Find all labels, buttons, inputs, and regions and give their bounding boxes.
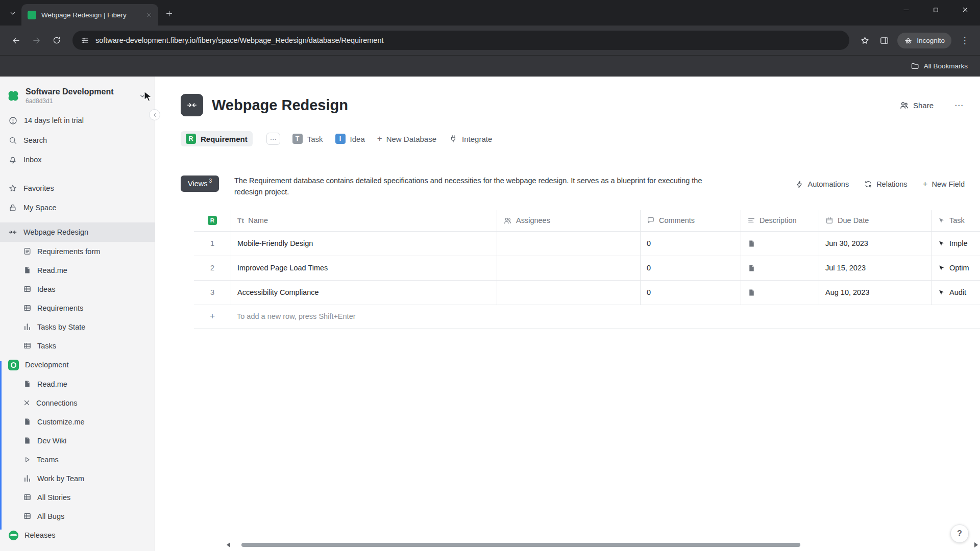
table-icon [23,285,32,293]
task-cell[interactable]: Imple [931,232,980,256]
fibery-app: Software Development 6ad8d3d1 14 days le… [0,77,980,551]
close-window-button[interactable] [950,0,980,19]
row-number[interactable]: 3 [194,281,231,305]
tab-search-chevron-icon[interactable] [5,6,20,21]
task-cell[interactable]: Audit [931,281,980,305]
due-date-cell[interactable]: Aug 10, 2023 [819,281,931,305]
task-cell[interactable]: Optim [931,256,980,281]
new-field-button[interactable]: + New Field [923,179,965,189]
sidebar-item-my-space[interactable]: My Space [0,198,155,217]
sidebar-item-requirements-form[interactable]: Requirements form [0,242,155,261]
sidebar-item-teams[interactable]: Teams [0,450,155,469]
trial-text: 14 days left in trial [24,116,84,124]
assignees-cell[interactable] [497,256,640,281]
sidebar-item-search[interactable]: Search [0,131,155,150]
space-arrows-collide-icon[interactable] [181,94,203,116]
db-tab-menu-kebab-icon[interactable]: ⋯ [266,133,280,145]
reload-button[interactable] [47,31,66,50]
sidebar-space-releases[interactable]: Releases [0,525,155,545]
bookmark-star-icon[interactable] [855,31,874,49]
sidebar-collapse-button[interactable] [149,109,160,120]
sidebar-item-readme[interactable]: Read.me [0,261,155,280]
sidebar-item-tasks-by-state[interactable]: Tasks by State [0,317,155,336]
share-button[interactable]: Share [899,101,934,110]
sidebar-item-inbox[interactable]: Inbox [0,150,155,169]
scrollbar-track[interactable] [232,541,972,548]
sidebar-item-favorites[interactable]: Favorites [0,179,155,198]
help-button[interactable]: ? [950,524,969,543]
browser-menu-kebab-icon[interactable]: ⋮ [955,31,974,49]
sidebar-item-label: Tasks [37,342,56,350]
name-cell[interactable]: Mobile-Friendly Design [231,232,497,256]
site-info-icon[interactable] [81,36,89,45]
all-bookmarks-button[interactable]: All Bookmarks [911,62,968,70]
description-cell[interactable] [741,256,819,281]
db-tab-task[interactable]: T Task [292,134,323,144]
column-header-task[interactable]: Task [931,210,980,232]
comment-bubble-icon [647,216,655,224]
sidebar-item-connections[interactable]: Connections [0,393,155,412]
back-button[interactable] [6,31,26,50]
sidebar-item-ideas[interactable]: Ideas [0,280,155,298]
column-header-description[interactable]: Description [741,210,819,232]
trial-banner[interactable]: 14 days left in trial [0,110,155,131]
maximize-button[interactable] [921,0,950,19]
address-bar[interactable]: software-development.fibery.io/fibery/sp… [72,31,849,50]
sidebar-item-requirements[interactable]: Requirements [0,298,155,317]
tab-close-icon[interactable] [144,10,154,20]
db-tab-label: Task [307,135,323,143]
db-tab-label: Requirement [201,135,248,143]
sidebar-item-dev-wiki[interactable]: Dev Wiki [0,431,155,450]
comments-cell[interactable]: 0 [640,232,741,256]
assignees-cell[interactable] [497,281,640,305]
page-menu-kebab-icon[interactable]: ⋯ [951,100,967,111]
automations-button[interactable]: Automations [795,180,849,189]
new-database-button[interactable]: + New Database [377,134,436,144]
sidebar-item-dev-readme[interactable]: Read.me [0,374,155,393]
name-cell[interactable]: Accessibility Compliance [231,281,497,305]
sidebar-item-clipped[interactable] [0,545,155,551]
add-row-hint[interactable]: To add a new row, press Shift+Enter [231,305,980,329]
scrollbar-thumb[interactable] [241,543,800,547]
scroll-right-arrow[interactable] [974,542,978,547]
row-number[interactable]: 2 [194,256,231,281]
sidebar-item-label: Requirements form [37,247,100,256]
comments-cell[interactable]: 0 [640,256,741,281]
description-cell[interactable] [741,232,819,256]
assignees-cell[interactable] [497,232,640,256]
column-header-comments[interactable]: Comments [640,210,741,232]
workspace-switcher[interactable]: Software Development 6ad8d3d1 [7,82,151,110]
note-icon [23,417,32,426]
column-header-assignees[interactable]: Assignees [497,210,640,232]
forward-button[interactable] [27,31,46,50]
description-cell[interactable] [741,281,819,305]
sidebar-item-customize-me[interactable]: Customize.me [0,412,155,431]
sidebar-item-tasks[interactable]: Tasks [0,336,155,355]
add-row-plus-icon[interactable]: + [194,305,231,329]
side-panel-icon[interactable] [875,31,893,49]
browser-tab[interactable]: Webpage Redesign | Fibery [21,4,158,26]
sidebar-space-development[interactable]: Development [0,355,155,374]
integrate-button[interactable]: Integrate [449,134,492,143]
sidebar-item-all-stories[interactable]: All Stories [0,488,155,507]
column-header-name[interactable]: TtName [231,210,497,232]
db-tab-requirement[interactable]: R Requirement [181,131,253,146]
relations-button[interactable]: Relations [864,180,907,188]
column-header-due-date[interactable]: Due Date [819,210,931,232]
sidebar-space-webpage-redesign[interactable]: Webpage Redesign [0,222,155,242]
row-number[interactable]: 1 [194,232,231,256]
due-date-cell[interactable]: Jun 30, 2023 [819,232,931,256]
comments-cell[interactable]: 0 [640,281,741,305]
sidebar-item-work-by-team[interactable]: Work by Team [0,469,155,488]
minimize-button[interactable] [891,0,921,19]
sidebar-item-all-bugs[interactable]: All Bugs [0,507,155,525]
database-description[interactable]: The Requirement database contains detail… [234,176,719,198]
scroll-left-arrow[interactable] [227,542,230,547]
new-tab-button[interactable] [161,6,177,21]
db-tab-idea[interactable]: I Idea [335,134,365,144]
views-button[interactable]: Views 3 [181,176,219,192]
cross-arrows-icon [23,399,31,407]
people-icon [899,101,909,110]
due-date-cell[interactable]: Jul 15, 2023 [819,256,931,281]
name-cell[interactable]: Improved Page Load Times [231,256,497,281]
